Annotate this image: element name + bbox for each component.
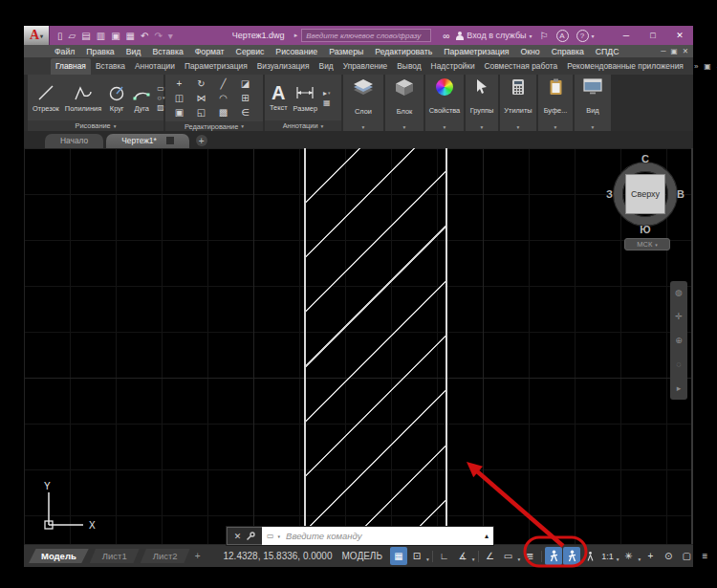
tab-collaborate[interactable]: Совместная работа — [480, 58, 563, 75]
full-nav-wheel-icon[interactable]: ◍ — [675, 288, 683, 297]
arc-tool[interactable]: Дуга — [130, 82, 153, 114]
pan-icon[interactable]: ✛ — [675, 312, 683, 321]
command-window-icon[interactable]: ▭ — [267, 532, 274, 540]
maximize-button[interactable]: □ — [640, 26, 666, 45]
customization-menu-icon[interactable]: ≡ — [696, 547, 713, 565]
file-tab-drawing1[interactable]: Чертеж1* — [106, 134, 189, 148]
lineweight-toggle-icon[interactable]: ≣ — [521, 547, 538, 565]
tab-output[interactable]: Вывод — [392, 58, 425, 75]
dimension-tool[interactable]: Размер — [292, 82, 319, 114]
close-button[interactable]: ✕ — [666, 26, 693, 45]
annotation-scale-icon[interactable] — [581, 547, 598, 565]
model-space-label[interactable]: МОДЕЛЬ — [342, 551, 382, 561]
app-menu-button[interactable]: A ▾ — [24, 26, 50, 45]
chevron-down-icon[interactable]: ▾ — [592, 33, 595, 39]
panel-clipboard[interactable]: Буфе... ▾ — [538, 75, 573, 131]
file-tab-close-icon[interactable] — [166, 137, 174, 144]
viewcube[interactable]: С Ю З В Сверху — [607, 156, 684, 232]
scale-tool[interactable]: ◱ — [197, 107, 206, 118]
drawing-canvas[interactable]: С Ю З В Сверху МСК ▾ ◍ ✛ ⊕ ◌ ▸ Y X — [24, 148, 693, 544]
tab-layout1[interactable]: Лист1 — [90, 549, 140, 563]
panel-utilities[interactable]: Утилиты ▾ — [500, 75, 536, 131]
ortho-toggle-icon[interactable]: ∟ — [436, 547, 453, 565]
menu-item-window[interactable]: Окно — [515, 47, 546, 56]
rectangle-tool[interactable]: ▭ — [157, 84, 164, 93]
qat-more-icon[interactable]: ▾ — [168, 31, 173, 41]
erase-tool[interactable]: ◪ — [241, 78, 250, 89]
annotation-scale-value[interactable]: 1:1 — [599, 552, 616, 561]
tab-visualize[interactable]: Визуализация — [252, 58, 315, 75]
panel-block[interactable]: Блок ▾ — [385, 75, 424, 131]
menu-item-tools[interactable]: Сервис — [230, 47, 271, 56]
chevron-down-icon[interactable]: ▾ — [639, 556, 641, 562]
chevron-down-icon[interactable]: ▾ — [426, 556, 429, 562]
mirror-tool[interactable]: ⋈ — [197, 93, 206, 103]
polar-tracking-icon[interactable]: ∡ — [454, 547, 471, 565]
hatch-tool[interactable]: ▨ — [157, 103, 164, 112]
plot-icon[interactable]: ▦ — [126, 31, 135, 41]
menu-item-help[interactable]: Справка — [546, 47, 590, 56]
panel-modify-expander[interactable]: Редактирование ▾ — [165, 121, 263, 131]
isolate-objects-icon[interactable]: ⊙ — [660, 547, 677, 565]
redo-icon[interactable]: ↷ — [154, 31, 162, 41]
search-arrow-icon[interactable]: ▸ — [294, 32, 298, 39]
close-icon[interactable]: ✕ — [234, 532, 242, 541]
minimize-button[interactable]: ─ — [613, 26, 640, 45]
tab-home[interactable]: Главная — [51, 58, 91, 75]
viewcube-east[interactable]: В — [677, 188, 684, 200]
ribbon-state-icon[interactable]: ▣ — [704, 62, 711, 71]
menu-item-file[interactable]: Файл — [49, 47, 80, 56]
chevron-down-icon[interactable]: ▾ — [472, 556, 475, 562]
settings-gear-icon[interactable]: ✳ — [620, 547, 638, 565]
wcs-dropdown[interactable]: МСК ▾ — [624, 238, 670, 250]
line-tool[interactable]: Отрезок — [31, 82, 61, 114]
panel-layers[interactable]: Слои ▾ — [343, 75, 383, 131]
menu-item-draw[interactable]: Рисование — [270, 47, 323, 56]
annotation-autoscale-icon[interactable] — [563, 547, 580, 565]
viewcube-south[interactable]: Ю — [640, 224, 650, 235]
sheet-set-icon[interactable]: ▣ — [111, 31, 120, 41]
tab-manage[interactable]: Управление — [338, 58, 393, 75]
zoom-extents-icon[interactable]: ⊕ — [675, 336, 683, 345]
open-file-icon[interactable]: ▱ — [69, 31, 76, 41]
join-tool[interactable]: ∈ — [241, 107, 250, 118]
chevron-down-icon[interactable]: ▾ — [617, 556, 619, 562]
keep-me-icon[interactable]: ⚐ — [540, 31, 549, 41]
text-tool[interactable]: А Текст — [268, 82, 290, 113]
table-tool[interactable]: ▦ — [323, 98, 331, 107]
command-input[interactable] — [284, 530, 481, 542]
wrench-icon[interactable] — [246, 532, 255, 541]
menu-item-spds[interactable]: СПДС — [590, 47, 625, 56]
tab-annotate[interactable]: Аннотации — [130, 58, 180, 75]
tab-model[interactable]: Модель — [29, 549, 89, 563]
tab-overflow-icon[interactable]: » — [694, 62, 698, 71]
menu-item-format[interactable]: Формат — [189, 47, 230, 56]
panel-draw-expander[interactable]: Рисование ▾ — [28, 120, 163, 131]
menu-item-modify[interactable]: Редактировать — [369, 47, 438, 56]
doc-close-icon[interactable]: ✕ — [683, 47, 688, 55]
array-tool[interactable]: ⊞ — [241, 93, 249, 103]
help-icon[interactable]: ? — [576, 30, 589, 42]
show-motion-icon[interactable]: ▸ — [677, 383, 682, 393]
search-input[interactable] — [301, 29, 431, 42]
stretch-tool[interactable]: ▣ — [175, 107, 184, 118]
tab-insert[interactable]: Вставка — [91, 58, 130, 75]
clean-screen-icon[interactable]: ▢ — [678, 547, 695, 565]
menu-item-edit[interactable]: Правка — [80, 47, 120, 56]
crosshair-plus-icon[interactable]: + — [641, 547, 659, 565]
history-up-icon[interactable]: ▴ — [485, 532, 489, 540]
hatch-edit-tool[interactable]: ▩ — [219, 107, 228, 118]
menu-item-insert[interactable]: Вставка — [146, 47, 188, 56]
snap-toggle-icon[interactable]: ⊡ — [408, 547, 425, 565]
save-as-icon[interactable]: ▥ — [97, 31, 105, 41]
menu-item-parametric[interactable]: Параметризация — [438, 47, 514, 56]
rotate-tool[interactable]: ↻ — [197, 78, 205, 89]
save-icon[interactable]: ▤ — [81, 31, 90, 41]
tab-view[interactable]: Вид — [315, 58, 338, 75]
trim-tool[interactable]: ╱ — [220, 78, 226, 89]
copy-tool[interactable]: ◫ — [175, 93, 184, 103]
file-tab-start[interactable]: Начало — [45, 134, 103, 148]
viewcube-top-face[interactable]: Сверху — [626, 175, 664, 213]
panel-annotation-expander[interactable]: Аннотации ▾ — [265, 120, 341, 131]
hatched-rectangle[interactable] — [304, 148, 447, 526]
